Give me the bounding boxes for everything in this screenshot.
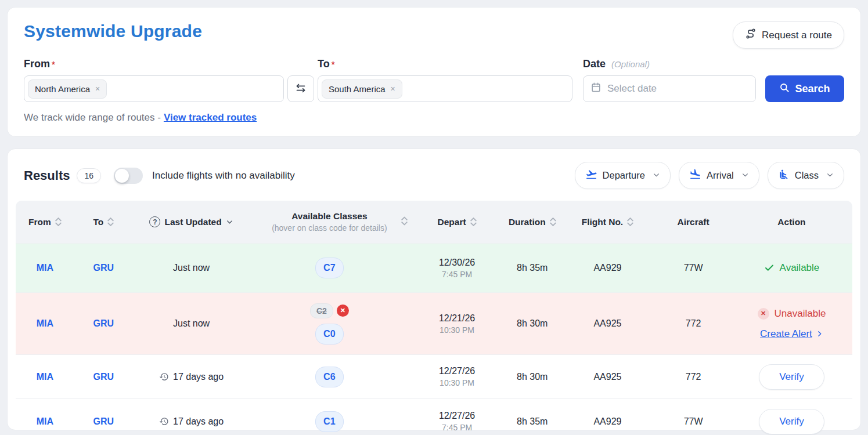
date-label: Date (Optional)	[583, 58, 756, 70]
to-airport: GRU	[74, 263, 133, 273]
table-header-row: From To ? Last Updated Available Classes…	[16, 201, 852, 243]
to-airport: GRU	[74, 318, 133, 329]
verify-button[interactable]: Verify	[759, 364, 824, 390]
to-input[interactable]: South America ×	[318, 75, 572, 102]
search-card: Systemwide Upgrade Request a route From*…	[7, 7, 861, 137]
no-availability-toggle[interactable]	[114, 168, 143, 184]
column-header-aircraft: Aircraft	[655, 210, 731, 234]
class-unavailable-x-icon: ✕	[337, 304, 349, 317]
arrival-filter-button[interactable]: Arrival	[679, 162, 759, 189]
swap-arrows-icon	[294, 82, 307, 96]
class-code-badge-unavailable[interactable]: C2	[310, 303, 333, 318]
route-icon	[745, 28, 757, 42]
last-updated: Just now	[133, 318, 250, 329]
chevron-down-icon	[741, 170, 749, 181]
to-chip: South America ×	[322, 79, 402, 99]
duration: 8h 35m	[505, 263, 560, 273]
flight-number: AA929	[560, 416, 656, 427]
column-header-last-updated[interactable]: ? Last Updated	[133, 209, 250, 234]
date-placeholder: Select date	[607, 83, 657, 95]
toggle-label: Include flights with no availability	[152, 170, 295, 182]
remove-from-chip-icon[interactable]: ×	[95, 85, 100, 93]
x-circle-icon: ✕	[758, 308, 769, 320]
to-airport: GRU	[74, 416, 133, 427]
help-icon: ?	[149, 216, 160, 227]
chevron-right-icon	[816, 330, 823, 338]
chevron-down-icon	[226, 218, 233, 226]
flight-number: AA929	[560, 263, 656, 273]
search-button[interactable]: Search	[765, 75, 844, 102]
table-row: MIA GRU Just now C7 12/30/26 7:45 PM 8h …	[16, 243, 852, 292]
sort-icon	[550, 217, 556, 227]
date-input[interactable]: Select date	[583, 75, 756, 102]
class-code-badge[interactable]: C0	[315, 324, 343, 345]
table-row: MIA GRU 17 days ago C6 12/27/26 10:30 PM…	[16, 354, 852, 398]
aircraft-type: 772	[655, 372, 731, 382]
results-title: Results	[24, 168, 70, 183]
class-code-badge[interactable]: C1	[315, 411, 343, 432]
classes-hint: (hover on class code for details)	[272, 223, 387, 233]
aircraft-type: 77W	[655, 416, 731, 427]
sort-icon	[627, 217, 633, 227]
duration: 8h 35m	[505, 416, 560, 427]
duration: 8h 30m	[505, 372, 560, 382]
toggle-knob	[115, 169, 129, 183]
table-row: MIA GRU 17 days ago C1 12/27/26 7:45 PM …	[16, 398, 852, 435]
from-chip: North America ×	[28, 79, 107, 99]
sort-icon	[55, 217, 62, 227]
from-airport: MIA	[16, 263, 74, 273]
search-icon	[779, 82, 790, 96]
depart-cell: 12/27/26 10:30 PM	[409, 366, 505, 387]
aircraft-type: 772	[655, 318, 731, 329]
departure-filter-button[interactable]: Departure	[575, 162, 671, 189]
last-updated: Just now	[133, 263, 250, 273]
column-header-from[interactable]: From	[16, 210, 74, 234]
flight-number: AA925	[560, 372, 656, 382]
duration: 8h 30m	[505, 318, 560, 329]
results-count-badge: 16	[77, 168, 101, 183]
tracked-routes-note: We track wide range of routes -View trac…	[24, 112, 844, 124]
from-airport: MIA	[16, 372, 74, 382]
seat-icon	[778, 169, 790, 183]
check-icon	[764, 263, 775, 273]
to-label: To*	[318, 58, 572, 70]
from-airport: MIA	[16, 318, 74, 329]
from-airport: MIA	[16, 416, 74, 427]
flight-land-icon	[689, 168, 701, 183]
depart-cell: 12/30/26 7:45 PM	[409, 258, 505, 279]
history-clock-icon	[159, 372, 169, 382]
to-airport: GRU	[74, 372, 133, 382]
from-input[interactable]: North America ×	[24, 75, 284, 102]
flight-number: AA925	[560, 318, 656, 329]
request-route-button[interactable]: Request a route	[733, 21, 844, 49]
class-code-badge[interactable]: C7	[315, 258, 343, 278]
last-updated: 17 days ago	[159, 372, 224, 382]
column-header-depart[interactable]: Depart	[409, 210, 505, 234]
aircraft-type: 77W	[655, 263, 731, 273]
chevron-down-icon	[653, 170, 660, 181]
column-header-available-classes[interactable]: Available Classes (hover on class code f…	[250, 204, 409, 240]
available-status-badge: Available	[764, 262, 820, 274]
column-header-to[interactable]: To	[74, 210, 133, 234]
sort-icon	[401, 216, 408, 226]
last-updated: 17 days ago	[159, 416, 224, 427]
class-code-badge[interactable]: C6	[315, 367, 343, 387]
from-label: From*	[24, 58, 284, 70]
create-alert-link[interactable]: Create Alert	[760, 328, 823, 340]
unavailable-status-badge: ✕ Unavailable	[758, 308, 826, 320]
column-header-duration[interactable]: Duration	[505, 210, 560, 234]
swap-from-to-button[interactable]	[287, 75, 314, 102]
view-tracked-routes-link[interactable]: View tracked routes	[164, 112, 257, 123]
verify-button[interactable]: Verify	[759, 409, 824, 434]
results-card: Results 16 Include flights with no avail…	[7, 148, 861, 430]
column-header-flight-no[interactable]: Flight No.	[560, 210, 656, 234]
calendar-icon	[590, 82, 602, 96]
table-row: MIA GRU Just now C2 ✕ C0 12/21/26 10:30 …	[16, 292, 852, 354]
flight-takeoff-icon	[585, 168, 597, 183]
depart-cell: 12/21/26 10:30 PM	[409, 313, 505, 335]
sort-icon	[470, 217, 477, 227]
remove-to-chip-icon[interactable]: ×	[391, 85, 395, 93]
page-title: Systemwide Upgrade	[24, 21, 202, 41]
class-filter-button[interactable]: Class	[768, 162, 844, 189]
chevron-down-icon	[826, 170, 834, 181]
